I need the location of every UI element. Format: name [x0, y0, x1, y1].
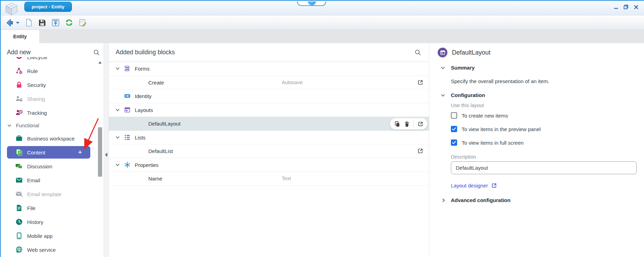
- open-external-icon[interactable]: [417, 79, 423, 86]
- sidebar-item-sharing: Sharing: [1, 92, 97, 106]
- sharing-icon: [15, 95, 23, 103]
- tab-entity[interactable]: Entity: [1, 30, 39, 43]
- open-button[interactable]: [417, 121, 423, 127]
- chevron-right-icon[interactable]: [441, 198, 446, 203]
- new-document-button[interactable]: [24, 17, 34, 28]
- row-action-pill: [390, 118, 428, 130]
- details-header: DefaultLayout: [438, 48, 490, 57]
- summary-heading[interactable]: Summary: [451, 65, 474, 71]
- application-window: project - Entity: [0, 0, 644, 257]
- pin-import-icon: [51, 18, 60, 27]
- edit-document-button[interactable]: [77, 17, 88, 28]
- sidebar-item-content[interactable]: Content +: [1, 145, 97, 159]
- refresh-button[interactable]: [64, 17, 74, 28]
- chevron-down-icon[interactable]: [115, 66, 120, 71]
- building-blocks-search-icon[interactable]: [414, 49, 421, 56]
- sidebar-item-discussion[interactable]: Discussion: [1, 159, 97, 173]
- sidebar-item-web-service[interactable]: Web service: [1, 243, 97, 257]
- use-this-layout-label: Use this layout: [451, 103, 484, 108]
- scrollbar-thumb[interactable]: [98, 127, 102, 177]
- sidebar-item-rule[interactable]: Rule: [1, 64, 97, 78]
- panel-splitter[interactable]: [104, 43, 108, 257]
- checkbox-create-items[interactable]: [451, 112, 457, 119]
- checkbox-preview-panel[interactable]: [451, 126, 457, 132]
- block-row-defaultlayout[interactable]: DefaultLayout: [109, 117, 429, 131]
- block-row-properties[interactable]: Properties: [109, 158, 429, 172]
- sidebar-scrollbar[interactable]: [98, 58, 102, 257]
- chevron-down-icon[interactable]: [440, 65, 445, 70]
- save-button[interactable]: [37, 17, 47, 28]
- main-area: Add new Lifecycle: [1, 43, 644, 257]
- window-border-left: [0, 0, 1, 257]
- sidebar-item-file[interactable]: File: [1, 201, 97, 215]
- close-button[interactable]: [632, 4, 640, 10]
- collapse-panel-arrow-icon[interactable]: [105, 153, 107, 157]
- pin-import-button[interactable]: [50, 17, 61, 28]
- sidebar-item-history[interactable]: History: [1, 215, 97, 229]
- forms-icon: [124, 65, 131, 72]
- security-lock-icon: [15, 81, 23, 89]
- tracking-icon: [15, 109, 23, 117]
- copy-icon: [394, 121, 400, 127]
- content-icon: [15, 148, 23, 156]
- new-document-icon: [25, 18, 33, 27]
- sidebar-item-tracking[interactable]: Tracking: [1, 106, 97, 120]
- sidebar-item-business-workspace[interactable]: Business workspace: [1, 131, 97, 145]
- chevron-down-icon[interactable]: [115, 162, 120, 167]
- document-tab[interactable]: project - Entity: [24, 2, 72, 12]
- lists-icon: [124, 134, 131, 140]
- file-icon: [15, 204, 23, 212]
- advanced-configuration-heading[interactable]: Advanced configuration: [451, 197, 511, 203]
- description-input[interactable]: [451, 161, 637, 174]
- edit-document-icon: [79, 18, 87, 27]
- block-row-identity[interactable]: Identity: [109, 89, 429, 103]
- block-row-defaultlist[interactable]: DefaultList: [109, 144, 429, 158]
- sidebar-item-email-template: Email template: [1, 187, 97, 201]
- layout-designer-link[interactable]: Layout designer: [451, 183, 488, 188]
- sidebar-item-security[interactable]: Security: [1, 78, 97, 92]
- minimize-button[interactable]: [612, 4, 620, 10]
- chevron-down-icon[interactable]: [115, 135, 120, 140]
- delete-button[interactable]: [404, 121, 410, 127]
- checkbox-row-create-items[interactable]: To create new items: [451, 112, 508, 119]
- collapsed-peek-widget[interactable]: [297, 1, 326, 6]
- scrollbar-up-arrow[interactable]: [98, 61, 102, 65]
- window-border-top: [0, 0, 644, 1]
- block-row-lists[interactable]: Lists: [109, 131, 429, 145]
- sidebar-title: Add new: [7, 49, 31, 56]
- sidebar-item-mobile-app[interactable]: Mobile app: [1, 229, 97, 243]
- sidebar-group-functional[interactable]: Functional: [1, 120, 97, 131]
- block-row-name[interactable]: Name Text: [109, 172, 429, 186]
- description-label: Description: [451, 154, 476, 160]
- configuration-heading[interactable]: Configuration: [451, 92, 485, 98]
- copy-button[interactable]: [394, 121, 400, 127]
- layout-designer-row[interactable]: Layout designer: [451, 183, 497, 188]
- navigate-back-button[interactable]: [4, 17, 15, 28]
- navigate-back-dropdown[interactable]: [15, 17, 20, 28]
- block-row-create[interactable]: Create Autosave: [109, 76, 429, 90]
- refresh-icon: [65, 18, 73, 27]
- name-type-value: Text: [282, 176, 291, 181]
- chevron-down-icon[interactable]: [440, 93, 445, 98]
- block-row-forms[interactable]: Forms: [109, 62, 429, 76]
- checkbox-row-full-screen[interactable]: To view items in full screen: [451, 139, 523, 146]
- add-new-sidebar: Add new Lifecycle: [1, 43, 103, 257]
- open-external-icon: [418, 121, 423, 127]
- open-external-icon: [491, 183, 497, 188]
- open-external-icon[interactable]: [417, 148, 423, 154]
- building-blocks-panel: Added building blocks Forms Create Autos…: [108, 43, 429, 257]
- sidebar-item-email[interactable]: Email: [1, 173, 97, 187]
- details-title: DefaultLayout: [452, 49, 490, 56]
- block-row-layouts[interactable]: Layouts: [109, 103, 429, 117]
- add-content-button[interactable]: +: [78, 148, 82, 157]
- checkbox-row-preview-panel[interactable]: To view items in the preview panel: [451, 126, 541, 132]
- sidebar-item-lifecycle[interactable]: Lifecycle: [1, 57, 97, 64]
- restore-button[interactable]: [622, 4, 630, 10]
- tab-strip: Entity: [1, 30, 644, 43]
- email-template-icon: [15, 190, 23, 198]
- checkbox-full-screen[interactable]: [451, 139, 457, 146]
- layout-badge-icon: [438, 48, 447, 57]
- app-logo-cube-icon: [4, 1, 19, 16]
- chevron-down-icon[interactable]: [115, 107, 120, 112]
- sidebar-search-icon[interactable]: [93, 49, 100, 56]
